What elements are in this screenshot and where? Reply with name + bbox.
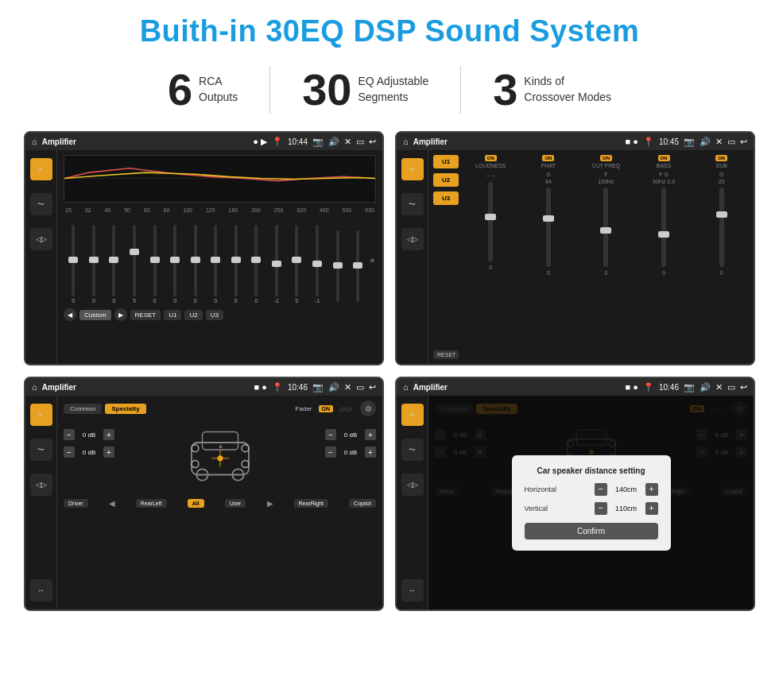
slider-col-15[interactable] [350,230,366,304]
vertical-minus-btn[interactable]: − [595,502,607,515]
eq-u3-btn[interactable]: U3 [206,310,223,320]
topbar-title-1: Amplifier [42,137,249,146]
slider-col-14[interactable] [329,230,346,304]
slider-thumb-4 [130,249,139,255]
confirm-button[interactable]: Confirm [525,523,658,540]
vol3-minus[interactable]: − [325,429,336,440]
cutfreq-slider[interactable] [603,188,608,267]
sidebar-wave-btn[interactable]: 〜 [30,193,52,215]
next-btn[interactable]: ▶ [114,308,127,321]
cutfreq-on-badge[interactable]: ON [600,155,612,161]
slider-col-10[interactable]: 0 [248,225,265,304]
driver-btn-3[interactable]: Driver [64,499,88,508]
slider-col-4[interactable]: 5 [126,225,143,304]
slider-track-10[interactable] [254,225,258,296]
sidebar-expand-btn-3[interactable]: ↔ [30,579,52,601]
loudness-slider[interactable] [488,182,493,261]
slider-track-13[interactable] [316,225,319,296]
sidebar-vol-btn-2[interactable]: ◁▷ [401,228,424,250]
vol2-plus[interactable]: + [103,447,114,458]
bass-on-badge[interactable]: ON [658,155,670,161]
eq-u2-btn[interactable]: U2 [184,310,202,320]
slider-col-2[interactable]: 0 [86,225,103,304]
eq-custom-btn[interactable]: Custom [79,310,111,320]
sidebar-vol-btn-3[interactable]: ◁▷ [30,474,52,496]
vol-row-3: − 0 dB + [325,429,376,440]
vol1-plus[interactable]: + [103,429,114,440]
vol4-plus[interactable]: + [365,447,376,458]
vol3-plus[interactable]: + [365,429,376,440]
sidebar-wave-btn-4[interactable]: 〜 [401,439,424,461]
slider-track-8[interactable] [214,225,217,296]
vol2-minus[interactable]: − [64,447,75,458]
slider-track-15[interactable] [356,230,359,302]
phat-on-badge[interactable]: ON [542,155,554,161]
sub-slider[interactable] [719,188,724,267]
slider-track-5[interactable] [153,225,157,296]
right-arrow-3[interactable]: ▶ [267,499,273,508]
slider-track-4[interactable] [133,225,136,296]
bass-slider[interactable] [661,188,666,267]
slider-track-9[interactable] [234,225,238,296]
preset-u1[interactable]: U1 [433,155,459,168]
topbar-3: ⌂ Amplifier ■ ● 📍 10:46 📷 🔊 ✕ ▭ ↩ [25,378,382,396]
all-btn-3[interactable]: All [188,499,204,508]
slider-col-9[interactable]: 0 [228,225,245,304]
sub-on-badge[interactable]: ON [715,155,727,161]
loudness-on-badge[interactable]: ON [485,155,497,161]
slider-col-3[interactable]: 0 [106,225,122,304]
sidebar-wave-btn-2[interactable]: 〜 [401,193,424,215]
fader-on-3[interactable]: ON [319,405,334,412]
slider-col-1[interactable]: 0 [65,225,82,304]
tab-common-3[interactable]: Common [64,404,102,414]
topbar-title-4: Amplifier [413,383,621,392]
vol4-minus[interactable]: − [325,447,336,458]
slider-col-7[interactable]: 0 [187,225,203,304]
slider-track-3[interactable] [112,225,115,296]
preset-u2[interactable]: U2 [433,173,459,187]
slider-col-6[interactable]: 0 [167,225,184,304]
sidebar-eq-btn-4[interactable]: ≡ [401,404,424,426]
sidebar-vol-btn-4[interactable]: ◁▷ [401,474,424,496]
sidebar-eq-btn-2[interactable]: ≡ [401,158,424,180]
rearright-btn-3[interactable]: RearRight [294,499,329,508]
expand-icon[interactable]: » [370,256,374,265]
phat-slider[interactable] [546,188,551,267]
eq-reset-btn[interactable]: RESET [130,310,161,320]
vertical-plus-btn[interactable]: + [645,502,658,515]
sidebar-vol-btn[interactable]: ◁▷ [30,228,52,250]
preset-u3[interactable]: U3 [433,191,459,205]
left-arrow-3[interactable]: ◀ [109,499,115,508]
slider-track-7[interactable] [194,225,197,296]
sidebar-eq-btn-3[interactable]: ≡ [30,404,52,426]
amp-reset-btn[interactable]: RESET [433,350,459,359]
sidebar-wave-btn-3[interactable]: 〜 [30,439,52,461]
slider-col-8[interactable]: 0 [207,225,224,304]
slider-col-11[interactable]: -1 [269,225,285,304]
slider-track-11[interactable] [275,225,278,296]
horizontal-plus-btn[interactable]: + [645,483,658,496]
sidebar-eq-btn[interactable]: ≡ [30,158,52,180]
page-title: Buith-in 30EQ DSP Sound System [24,14,755,48]
eq-u1-btn[interactable]: U1 [164,310,181,320]
slider-thumb-9 [231,257,241,263]
tab-specialty-3[interactable]: Specialty [105,404,145,414]
slider-track-2[interactable] [92,225,95,296]
vol1-minus[interactable]: − [64,429,75,440]
slider-col-5[interactable]: 0 [146,225,163,304]
slider-track-6[interactable] [173,225,176,296]
rearleft-btn-3[interactable]: RearLeft [136,499,167,508]
slider-track-1[interactable] [72,225,75,296]
svg-point-9 [242,445,249,452]
slider-col-12[interactable]: 0 [289,225,305,304]
slider-col-13[interactable]: -1 [309,225,326,304]
settings-icon-3[interactable]: ⚙ [360,400,376,416]
user-btn-3[interactable]: User [225,499,246,508]
slider-track-12[interactable] [295,225,298,296]
phat-thumb [543,215,554,222]
prev-btn[interactable]: ◀ [64,308,76,321]
copilot-btn-3[interactable]: Copilot [349,499,376,508]
slider-track-14[interactable] [336,230,339,302]
sidebar-expand-btn-4[interactable]: ↔ [401,579,424,601]
horizontal-minus-btn[interactable]: − [595,483,607,496]
